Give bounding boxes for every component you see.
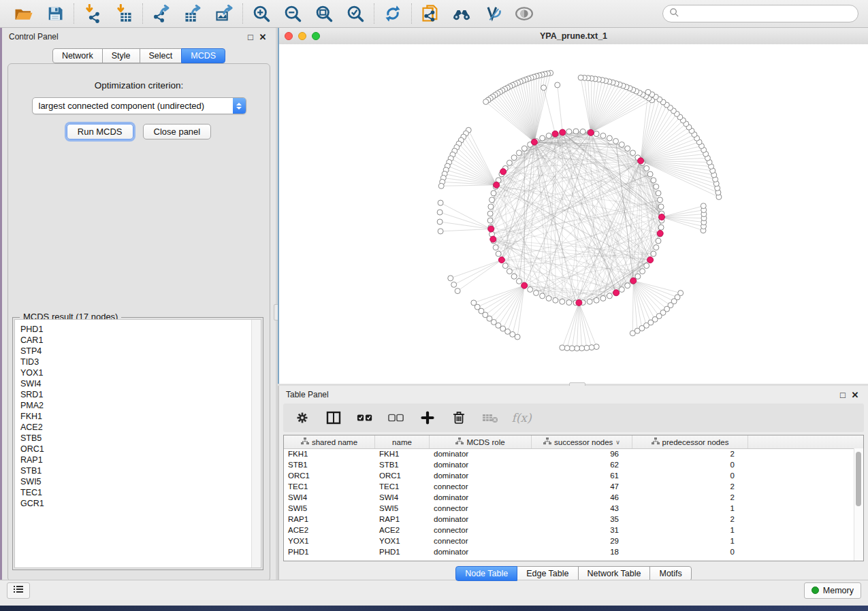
mcds-result-items: PHD1CAR1STP4TID3YOX1SWI4SRD1PMA2FKH1ACE2… <box>15 320 261 513</box>
column-header-name[interactable]: name <box>375 435 430 448</box>
tab-motifs[interactable]: Motifs <box>649 566 691 581</box>
import-network-icon[interactable] <box>82 3 103 24</box>
cell-successor-nodes: 18 <box>532 547 632 558</box>
column-header-successor-nodes[interactable]: successor nodes∨ <box>532 435 632 448</box>
close-panel-icon[interactable]: ✕ <box>257 32 269 42</box>
column-label: shared name <box>312 438 357 446</box>
result-node-item[interactable]: STB5 <box>20 433 255 444</box>
optimization-criterion-select[interactable]: largest connected component (undirected) <box>32 97 246 114</box>
node-attribute-icon <box>301 437 309 446</box>
mcds-result-list[interactable]: PHD1CAR1STP4TID3YOX1SWI4SRD1PMA2FKH1ACE2… <box>14 319 261 568</box>
column-header-MCDS-role[interactable]: MCDS role <box>430 435 532 448</box>
result-node-item[interactable]: STP4 <box>20 346 255 357</box>
tab-select[interactable]: Select <box>140 48 182 63</box>
table-row[interactable]: TEC1TEC1connector472 <box>284 482 863 493</box>
refresh-icon[interactable] <box>383 3 403 24</box>
memory-label: Memory <box>823 586 854 595</box>
deselect-all-icon[interactable] <box>388 410 404 426</box>
tab-mcds[interactable]: MCDS <box>181 48 225 63</box>
network-graph[interactable] <box>279 44 868 382</box>
close-panel-button[interactable]: Close panel <box>143 124 212 139</box>
network-canvas[interactable] <box>279 44 868 384</box>
table-row[interactable]: RAP1RAP1dominator352 <box>284 514 863 525</box>
result-node-item[interactable]: SRD1 <box>20 389 255 400</box>
select-all-icon[interactable] <box>357 410 373 426</box>
tab-network[interactable]: Network <box>52 48 103 63</box>
import-table-icon[interactable] <box>114 3 134 24</box>
result-node-item[interactable]: TEC1 <box>20 487 255 498</box>
memory-button[interactable]: Memory <box>804 582 861 599</box>
column-header-predecessor-nodes[interactable]: predecessor nodes <box>632 435 748 448</box>
table-row[interactable]: FKH1FKH1dominator962 <box>284 449 863 460</box>
close-panel-icon[interactable]: ✕ <box>849 390 861 400</box>
result-scrollbar[interactable] <box>251 320 261 567</box>
run-mcds-button[interactable]: Run MCDS <box>67 124 133 139</box>
delete-row-icon[interactable] <box>451 410 467 426</box>
table-row[interactable]: STB1STB1dominator620 <box>284 460 863 471</box>
export-table-icon[interactable] <box>182 3 203 24</box>
table-toolbar: f(x) <box>283 403 864 432</box>
float-panel-icon[interactable]: □ <box>837 390 849 400</box>
search-input[interactable] <box>684 8 852 19</box>
tab-network-table[interactable]: Network Table <box>578 566 651 581</box>
table-scrollbar[interactable] <box>854 448 863 561</box>
result-node-item[interactable]: STB1 <box>20 465 255 476</box>
result-node-item[interactable]: SWI5 <box>20 476 255 487</box>
result-node-item[interactable]: PMA2 <box>20 400 255 411</box>
result-node-item[interactable]: ACE2 <box>20 422 255 433</box>
table-row[interactable]: PHD1PHD1dominator180 <box>284 547 863 558</box>
control-panel-title: Control Panel <box>9 32 59 42</box>
search-icon <box>669 7 679 20</box>
result-node-item[interactable]: ORC1 <box>20 444 255 455</box>
export-network-icon[interactable] <box>151 3 172 24</box>
column-header-shared-name[interactable]: shared name <box>284 435 375 448</box>
toolbar-separator <box>242 3 243 24</box>
column-label: predecessor nodes <box>662 438 729 446</box>
table-row[interactable]: SWI5SWI5connector431 <box>284 503 863 514</box>
result-node-item[interactable]: FKH1 <box>20 411 255 422</box>
save-icon[interactable] <box>45 3 65 24</box>
search-field[interactable] <box>662 5 858 22</box>
settings-gear-icon[interactable] <box>294 410 310 426</box>
cell-predecessor-nodes: 1 <box>632 536 748 547</box>
tab-node-table[interactable]: Node Table <box>455 566 517 581</box>
cell-predecessor-nodes: 0 <box>632 460 748 471</box>
network-window-titlebar[interactable]: YPA_prune.txt_1 <box>279 28 868 45</box>
result-node-item[interactable]: PHD1 <box>20 324 255 335</box>
toolbar-icon-groups <box>5 3 543 24</box>
tab-style[interactable]: Style <box>102 48 140 63</box>
result-node-item[interactable]: GCR1 <box>20 498 255 509</box>
column-label: successor nodes <box>554 438 613 446</box>
result-node-item[interactable]: RAP1 <box>20 455 255 465</box>
result-node-item[interactable]: CAR1 <box>20 335 255 346</box>
tab-edge-table[interactable]: Edge Table <box>517 566 578 581</box>
delete-table-icon <box>482 410 498 426</box>
table-row[interactable]: YOX1YOX1connector291 <box>284 536 863 547</box>
zoom-out-icon[interactable] <box>283 3 303 24</box>
share-document-icon[interactable] <box>420 3 440 24</box>
result-node-item[interactable]: YOX1 <box>20 367 255 378</box>
columns-icon[interactable] <box>325 410 342 426</box>
vizmapper-icon[interactable] <box>483 3 503 24</box>
network-window-title: YPA_prune.txt_1 <box>279 31 868 41</box>
show-graphics-icon[interactable] <box>514 3 534 24</box>
scrollbar-thumb[interactable] <box>856 452 861 506</box>
control-panel: Control Panel □ ✕ NetworkStyleSelectMCDS… <box>2 28 276 586</box>
cell-MCDS-role: dominator <box>430 547 532 558</box>
memory-status-icon <box>811 587 819 594</box>
open-file-icon[interactable] <box>14 3 34 24</box>
cell-successor-nodes: 61 <box>532 471 632 482</box>
zoom-in-icon[interactable] <box>251 3 272 24</box>
table-row[interactable]: ORC1ORC1dominator610 <box>284 471 863 482</box>
float-panel-icon[interactable]: □ <box>244 32 257 42</box>
table-row[interactable]: ACE2ACE2connector311 <box>284 525 863 536</box>
export-image-icon[interactable] <box>214 3 234 24</box>
result-node-item[interactable]: SWI4 <box>20 378 255 389</box>
task-history-button[interactable] <box>7 582 30 599</box>
result-node-item[interactable]: TID3 <box>20 357 255 367</box>
search-network-icon[interactable] <box>451 3 472 24</box>
add-row-icon[interactable] <box>419 410 436 426</box>
table-row[interactable]: SWI4SWI4dominator462 <box>284 493 863 503</box>
zoom-selected-icon[interactable] <box>345 3 366 24</box>
zoom-fit-icon[interactable] <box>314 3 334 24</box>
